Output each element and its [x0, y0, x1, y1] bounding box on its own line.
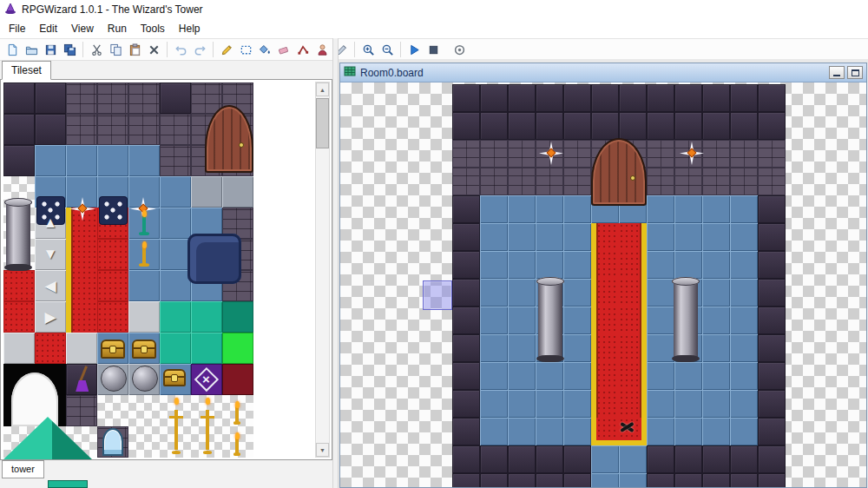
tile-carpet[interactable]	[3, 270, 35, 301]
tile-floor-blue[interactable]	[536, 223, 563, 251]
tile-wall-dark[interactable]	[619, 84, 647, 112]
tile-wall-dark[interactable]	[508, 473, 536, 487]
tile-wall-dark[interactable]	[591, 112, 619, 140]
zoom-in-button[interactable]	[359, 41, 377, 58]
tile-wall-dark[interactable]	[619, 112, 647, 140]
tile-wall-dark[interactable]	[758, 307, 786, 334]
tile-wall-brick[interactable]	[160, 114, 191, 145]
delete-button[interactable]	[145, 41, 162, 58]
tile-floor-blue[interactable]	[508, 362, 536, 390]
tile-wall-brick[interactable]	[66, 114, 97, 145]
tile-floor-blue[interactable]	[508, 390, 536, 418]
tile-wall-dark[interactable]	[758, 112, 786, 140]
menu-item-file[interactable]: File	[2, 19, 32, 38]
tile-carpet-end-left[interactable]	[591, 418, 619, 445]
tile-wall-dark[interactable]	[508, 112, 536, 140]
tile-wall-brick[interactable]	[66, 82, 97, 114]
pencil-tool-button[interactable]	[218, 41, 235, 58]
tile-wall-dark[interactable]	[3, 82, 35, 114]
tile-wall-brick[interactable]	[508, 140, 536, 168]
tile-floor-blue[interactable]	[591, 473, 619, 487]
tile-wall-brick[interactable]	[758, 168, 786, 195]
tile-floor-blue[interactable]	[647, 223, 674, 251]
tile-carpet-eright[interactable]	[619, 251, 647, 279]
tile-floor-blue[interactable]	[508, 251, 536, 279]
tile-carpet-eright[interactable]	[619, 223, 647, 251]
tile-floor-blue[interactable]	[480, 418, 508, 445]
tile-wall-brick[interactable]	[730, 140, 758, 168]
tile-wall-brick[interactable]	[647, 168, 674, 195]
tile-wall-dark[interactable]	[452, 84, 480, 112]
tile-floor-blue[interactable]	[563, 251, 591, 279]
tile-carpet-eleft[interactable]	[591, 307, 619, 334]
tile-floor-blue[interactable]	[702, 334, 730, 362]
tab-tileset[interactable]: Tileset	[2, 61, 51, 80]
tile-carpet-eright[interactable]	[619, 279, 647, 307]
tile-floor-blue[interactable]	[702, 362, 730, 390]
tile-wall-dark[interactable]	[674, 445, 702, 473]
tile-wall-brick[interactable]	[97, 82, 128, 114]
tile-floor-blue[interactable]	[480, 334, 508, 362]
tile-wall-brick[interactable]	[97, 114, 128, 145]
paste-button[interactable]	[126, 41, 143, 58]
tile-carpet-eleft[interactable]	[591, 334, 619, 362]
tile-floor-blue[interactable]	[480, 390, 508, 418]
menu-item-view[interactable]: View	[64, 19, 101, 38]
tile-floor-blue[interactable]	[160, 239, 191, 270]
menu-item-help[interactable]: Help	[172, 19, 207, 38]
stop-button[interactable]	[424, 41, 442, 58]
tile-wall-dark[interactable]	[452, 195, 480, 223]
tile-floor-blue[interactable]	[35, 145, 66, 176]
tile-floor-blue[interactable]	[702, 279, 730, 307]
tile-wall-dark[interactable]	[480, 445, 508, 473]
tile-floor-blue[interactable]	[66, 145, 97, 176]
tile-empty[interactable]	[128, 426, 160, 458]
tile-floor-blue[interactable]	[730, 195, 758, 223]
tile-floor-blue[interactable]	[563, 334, 591, 362]
tile-wall-dark[interactable]	[758, 473, 786, 487]
tile-floor-blue[interactable]	[536, 418, 563, 445]
tile-floor-blue[interactable]	[480, 307, 508, 334]
tile-floor-blue[interactable]	[508, 223, 536, 251]
tile-wall-dark[interactable]	[758, 279, 786, 307]
tile-floor-blue[interactable]	[128, 145, 160, 176]
tile-floor-blue[interactable]	[128, 270, 160, 301]
tile-floor-blue[interactable]	[619, 473, 647, 487]
tile-wall-dark[interactable]	[730, 112, 758, 140]
tile-gray[interactable]	[3, 333, 35, 364]
tile-carpet-eleft[interactable]	[591, 251, 619, 279]
tile-carpet-eleft[interactable]	[66, 301, 97, 333]
tile-floor-blue[interactable]	[674, 362, 702, 390]
tile-floor-blue[interactable]	[674, 195, 702, 223]
tile-floor-blue[interactable]	[536, 362, 563, 390]
tile-floor-blue[interactable]	[730, 334, 758, 362]
tile-green[interactable]	[222, 333, 253, 364]
tile-wall-dark[interactable]	[674, 84, 702, 112]
tile-carpet[interactable]	[97, 301, 128, 333]
tile-wall-dark[interactable]	[674, 112, 702, 140]
undo-button[interactable]	[172, 41, 189, 58]
tile-floor-blue[interactable]	[480, 279, 508, 307]
tile-wall-dark[interactable]	[452, 390, 480, 418]
tile-floor-blue[interactable]	[647, 418, 674, 445]
tile-floor-blue[interactable]	[508, 334, 536, 362]
tile-maroon[interactable]	[222, 364, 253, 395]
tile-floor-blue[interactable]	[536, 390, 563, 418]
save-all-button[interactable]	[61, 41, 78, 58]
panel-splitter[interactable]	[332, 38, 339, 488]
tile-wall-brick[interactable]	[480, 168, 508, 195]
tile-floor-blue[interactable]	[563, 223, 591, 251]
tile-floor-blue[interactable]	[674, 390, 702, 418]
tile-wall-brick[interactable]	[128, 82, 160, 114]
tile-wall-brick[interactable]	[452, 168, 480, 195]
tile-wall-dark[interactable]	[730, 84, 758, 112]
scroll-down-button[interactable]: ▼	[316, 443, 329, 457]
settings-button[interactable]	[450, 41, 468, 58]
tile-wall-dark[interactable]	[508, 445, 536, 473]
tile-floor-blue[interactable]	[647, 334, 674, 362]
vector-tool-button[interactable]	[294, 41, 312, 58]
tile-wall-dark[interactable]	[452, 307, 480, 334]
tile-floor-blue[interactable]	[563, 390, 591, 418]
tile-floor-blue[interactable]	[480, 251, 508, 279]
tile-floor-blue[interactable]	[591, 445, 619, 473]
